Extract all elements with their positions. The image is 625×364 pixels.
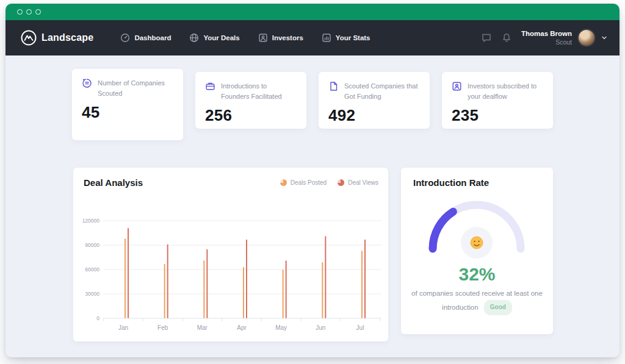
page: Landscape Dashboard — [0, 0, 625, 364]
nav-item-your-deals[interactable]: Your Deals — [189, 33, 239, 43]
svg-text:60000: 60000 — [85, 266, 99, 273]
intro-rate-value: 32% — [401, 264, 553, 285]
nav-item-investors[interactable]: Investors — [258, 33, 303, 43]
nav-item-dashboard[interactable]: Dashboard — [120, 33, 171, 43]
svg-text:Jan: Jan — [118, 324, 128, 331]
gauge-icon — [120, 33, 130, 43]
user-name: Thomas Brown — [521, 29, 572, 38]
window-control-icon[interactable] — [26, 9, 32, 15]
deal-analysis-chart: 0300006000090000120000JanFebMarAprMayJun… — [73, 168, 388, 341]
stat-value: 45 — [82, 103, 173, 122]
intro-rate-description-text: of companies scouted receive at least on… — [411, 290, 543, 311]
nav-items: Dashboard Your Deals — [120, 33, 370, 43]
user-square-icon — [452, 81, 462, 91]
window-control-icon[interactable] — [17, 9, 23, 15]
deal-analysis-card: Deal Analysis Deals Posted Deal Views 03… — [73, 168, 388, 341]
stat-label: Scouted Companies that Got Funding — [344, 81, 420, 102]
svg-text:Jun: Jun — [316, 324, 325, 331]
svg-text:90000: 90000 — [85, 242, 99, 248]
stat-value: 256 — [205, 106, 297, 125]
chat-button[interactable] — [481, 32, 492, 43]
nav-item-label: Dashboard — [134, 34, 171, 41]
svg-text:Mar: Mar — [197, 324, 208, 331]
user-square-icon — [258, 33, 268, 43]
user-menu[interactable]: Thomas Brown Scout — [521, 29, 607, 47]
dashboard-content: Number of Companies Scouted 45 Introduct… — [5, 55, 620, 357]
window-control-icon[interactable] — [35, 9, 41, 15]
brand-name: Landscape — [42, 32, 93, 43]
nav-item-label: Your Deals — [203, 34, 239, 41]
svg-text:Feb: Feb — [157, 324, 168, 331]
stat-value: 235 — [452, 106, 543, 125]
stat-card-funded-companies: Scouted Companies that Got Funding 492 — [319, 72, 430, 129]
navbar: Landscape Dashboard — [5, 20, 620, 55]
nav-item-label: Investors — [272, 34, 303, 41]
svg-text:May: May — [275, 324, 287, 331]
brand-logo[interactable]: Landscape — [20, 29, 93, 46]
nav-item-your-stats[interactable]: Your Stats — [322, 33, 370, 43]
stat-card-companies-scouted: Number of Companies Scouted 45 — [72, 69, 183, 140]
intro-rate-description: of companies scouted receive at least on… — [407, 287, 547, 315]
status-badge: Good — [484, 300, 512, 315]
chat-icon — [481, 32, 492, 43]
landscape-logo-icon — [20, 29, 37, 46]
svg-text:Apr: Apr — [237, 324, 247, 331]
introduction-rate-card: Introduction Rate 32% of companies scout… — [401, 168, 553, 334]
message-icon — [82, 78, 92, 88]
stat-label: Introductions to Founders Facilitated — [221, 81, 297, 102]
user-info: Thomas Brown Scout — [521, 29, 572, 46]
document-icon — [328, 81, 339, 91]
stat-value: 492 — [328, 106, 420, 125]
bar-chart-icon — [322, 33, 331, 43]
bell-icon — [501, 32, 512, 43]
app-window: Landscape Dashboard — [5, 4, 620, 357]
stat-label: Investors subscribed to your dealflow — [468, 81, 543, 102]
svg-text:120000: 120000 — [82, 218, 100, 224]
notifications-button[interactable] — [501, 32, 512, 43]
globe-icon — [189, 33, 199, 43]
smiley-icon — [471, 237, 483, 249]
stat-card-introductions: Introductions to Founders Facilitated 25… — [195, 72, 306, 129]
stat-card-investors-subscribed: Investors subscribed to your dealflow 23… — [442, 72, 553, 129]
svg-text:30000: 30000 — [85, 291, 99, 297]
stat-label: Number of Companies Scouted — [98, 78, 173, 99]
briefcase-icon — [205, 81, 215, 91]
introduction-rate-gauge — [401, 168, 553, 265]
window-titlebar — [5, 4, 620, 20]
nav-item-label: Your Stats — [336, 34, 370, 41]
chevron-down-icon — [601, 35, 607, 41]
svg-text:0: 0 — [96, 315, 99, 321]
svg-text:Jul: Jul — [356, 324, 364, 331]
user-role: Scout — [521, 38, 572, 46]
navbar-right: Thomas Brown Scout — [481, 29, 607, 47]
avatar — [577, 29, 596, 47]
